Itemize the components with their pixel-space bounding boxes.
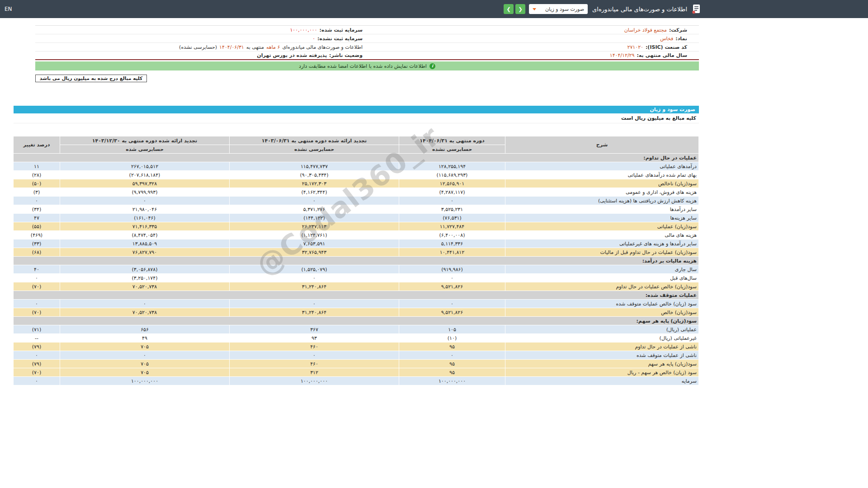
value-prior-period: ۰ — [230, 351, 399, 360]
col-subheader-annual-audit: حسابرسی شده — [60, 145, 230, 154]
table-row: غیرعملیاتی (ریال)(۱۰)۹۳۴۹-- — [14, 334, 699, 343]
income-statement-table: شرح دوره منتهی به ۱۴۰۴/۰۶/۳۱ تجدید ارائه… — [13, 136, 699, 385]
value-annual-period: (۳,۲۵۰,۱۷۴) — [60, 274, 230, 282]
value-percent-change: (۳) — [14, 188, 60, 197]
value-prior-period: ۳۲,۷۶۵,۹۴۳ — [230, 248, 399, 257]
value-percent-change: ۴۷ — [14, 214, 60, 222]
company-field: شرکت: مجتمع فولاد خراسان — [363, 27, 687, 33]
value-annual-period: (۱۶۱,۰۴۶) — [60, 214, 230, 222]
previous-statement-button[interactable]: ❯ — [504, 4, 514, 14]
value-prior-period: ۳۱,۲۴۰,۸۶۴ — [230, 282, 399, 291]
row-label: سود(زیان) خالص — [505, 308, 699, 317]
symbol-label: نماد: — [675, 36, 687, 42]
value-percent-change: ۰ — [14, 197, 60, 205]
row-label: سود(زیان) ناخالص — [505, 179, 699, 188]
table-row: سال‌های قبل۰۰(۳,۲۵۰,۱۷۴)۰ — [14, 274, 699, 282]
section-label: سود(زیان) پایه هر سهم: — [14, 317, 699, 325]
value-annual-period: ۰ — [60, 197, 230, 205]
table-row: سود(زیان) خالص عملیات در حال تداوم۹,۵۲۱,… — [14, 282, 699, 291]
value-annual-period: ۶۵۶ — [60, 325, 230, 334]
col-header-prior-period: تجدید ارائه شده دوره منتهی به ۱۴۰۳/۰۶/۳۱ — [230, 136, 399, 145]
value-current-period: ۱۰,۴۴۱,۸۱۲ — [399, 248, 505, 257]
info-row-symbol-capital: نماد: فخاس سرمایه ثبت نشده: ۰ — [35, 34, 699, 43]
amount-unit-note-box: کلیه مبالغ درج شده به میلیون ریال می باش… — [35, 75, 147, 82]
value-prior-period: ۴۶۰ — [230, 360, 399, 368]
section-label: هزینه مالیات بر درآمد: — [14, 257, 699, 265]
value-percent-change: ۴۰ — [14, 265, 60, 274]
section-label: عملیات متوقف شده: — [14, 291, 699, 300]
value-prior-period: (۱,۵۲۵,۰۷۹) — [230, 265, 399, 274]
period-mid: منتهی به — [246, 44, 264, 50]
symbol-field: نماد: فخاس — [363, 36, 687, 42]
value-prior-period: ۰ — [230, 300, 399, 308]
language-switch-link[interactable]: EN — [5, 6, 12, 12]
publisher-status-value: پذیرفته شده در بورس تهران — [257, 52, 327, 58]
fiscal-year-label: سال مالی منتهی به: — [637, 52, 687, 58]
value-current-period: ۱۱,۷۲۷,۴۸۴ — [399, 222, 505, 231]
page-title: اطلاعات و صورت‌های مالی میاندوره‌ای — [592, 6, 687, 13]
value-current-period: ۹۵ — [399, 368, 505, 377]
table-row: سود(زیان) ناخالص۱۲,۵۶۵,۹۰۱۲۵,۱۷۲,۳۰۳۵۹,۳… — [14, 179, 699, 188]
row-label: هزینه های فروش، اداری و عمومی — [505, 188, 699, 197]
value-current-period: ۹۵ — [399, 343, 505, 351]
navbar-inner: اطلاعات و صورت‌های مالی میاندوره‌ای صورت… — [0, 0, 705, 18]
value-annual-period: ۲۶۷,۰۱۵,۵۱۲ — [60, 162, 230, 171]
publisher-status-label: وضعیت ناشر: — [329, 52, 363, 58]
value-prior-period: ۰ — [230, 274, 399, 282]
value-current-period: ۱۲۸,۲۵۵,۱۹۴ — [399, 162, 505, 171]
period-length: ۶ ماهه — [266, 44, 280, 50]
value-current-period: ۰ — [399, 197, 505, 205]
value-current-period: (۱۰) — [399, 334, 505, 343]
statement-table-body: عملیات در حال تداوم:درآمدهای عملیاتی۱۲۸,… — [14, 154, 699, 385]
statement-unit-note: کلیه مبالغ به میلیون ریال است — [14, 113, 699, 123]
report-period-field: اطلاعات و صورت‌های مالی میاندوره‌ای ۶ ما… — [38, 44, 363, 50]
value-percent-change: (۲۸) — [14, 171, 60, 179]
unregistered-capital-label: سرمایه ثبت نشده: — [317, 36, 363, 42]
value-annual-period: ۷۱,۴۱۶,۳۳۵ — [60, 222, 230, 231]
row-label: سایر درآمدها — [505, 205, 699, 214]
row-label: درآمدهای عملیاتی — [505, 162, 699, 171]
table-row: سایر درآمدها۳,۵۲۵,۲۳۱۵,۳۷۱,۲۷۶۲۱,۹۸۰,۰۴۶… — [14, 205, 699, 214]
value-percent-change: (۷۰) — [14, 308, 60, 317]
col-subheader-current-audit: حسابرسی نشده — [399, 145, 505, 154]
unregistered-capital-field: سرمایه ثبت نشده: ۰ — [38, 36, 363, 42]
value-current-period: (۶,۴۰۰,۰۰۸) — [399, 231, 505, 239]
col-header-current-period: دوره منتهی به ۱۴۰۴/۰۶/۳۱ — [399, 136, 505, 145]
period-suffix: (حسابرسی نشده) — [179, 44, 217, 50]
value-current-period: ۹,۵۲۱,۸۲۶ — [399, 308, 505, 317]
row-label: بهای تمام شده درآمدهای عملیاتی — [505, 171, 699, 179]
value-prior-period: (۱,۱۲۴,۷۶۱) — [230, 231, 399, 239]
value-percent-change: (۵۰) — [14, 179, 60, 188]
unregistered-capital-value: ۰ — [312, 36, 315, 42]
section-row: هزینه مالیات بر درآمد: — [14, 257, 699, 265]
value-annual-period: ۷۰,۵۲۰,۷۳۸ — [60, 282, 230, 291]
value-percent-change: ۰ — [14, 300, 60, 308]
next-statement-button[interactable]: ❮ — [515, 4, 525, 14]
statement-type-select[interactable]: صورت سود و زیان — [529, 4, 588, 14]
value-annual-period: ۷۰۵ — [60, 368, 230, 377]
value-prior-period: ۲۶,۲۳۷,۱۱۳ — [230, 222, 399, 231]
section-row: عملیات متوقف شده: — [14, 291, 699, 300]
chevron-down-icon — [533, 8, 536, 10]
table-row: سایر هزینه‌ها(۷۶,۵۳۱)(۱۴۴,۱۲۲)(۱۶۱,۰۴۶)۴… — [14, 214, 699, 222]
value-current-period: ۱۰۰,۰۰۰,۰۰۰ — [399, 377, 505, 385]
value-current-period: (۹۱۹,۹۸۶) — [399, 265, 505, 274]
row-label: سود (زیان) خالص عملیات متوقف شده — [505, 300, 699, 308]
col-header-annual-period: تجدید ارائه شده دوره منتهی به ۱۴۰۳/۱۲/۳۰ — [60, 136, 230, 145]
table-row: هزینه های فروش، اداری و عمومی(۴,۲۸۷,۱۱۷)… — [14, 188, 699, 197]
period-prefix: اطلاعات و صورت‌های مالی میاندوره‌ای — [282, 44, 363, 50]
registered-capital-field: سرمایه ثبت شده: ۱۰۰,۰۰۰,۰۰۰ — [38, 27, 363, 33]
value-prior-period: (۹۰,۳۰۵,۴۳۴) — [230, 171, 399, 179]
value-annual-period: ۷۰۵ — [60, 360, 230, 368]
table-row: هزینه های مالی(۶,۴۰۰,۰۰۸)(۱,۱۲۴,۷۶۱)(۸,۴… — [14, 231, 699, 239]
top-navbar: اطلاعات و صورت‌های مالی میاندوره‌ای صورت… — [0, 0, 868, 18]
value-percent-change: ۰ — [14, 377, 60, 385]
row-label: سود(زیان) خالص عملیات در حال تداوم — [505, 282, 699, 291]
row-label: سود(زیان) عملیاتی — [505, 222, 699, 231]
row-label: سود(زیان) عملیات در حال تداوم قبل از مال… — [505, 248, 699, 257]
table-row: سود(زیان) عملیات در حال تداوم قبل از مال… — [14, 248, 699, 257]
company-value: مجتمع فولاد خراسان — [624, 27, 667, 33]
value-current-period: ۰ — [399, 351, 505, 360]
value-percent-change: (۷۰) — [14, 282, 60, 291]
value-annual-period: (۲۰۷,۶۱۸,۱۸۴) — [60, 171, 230, 179]
